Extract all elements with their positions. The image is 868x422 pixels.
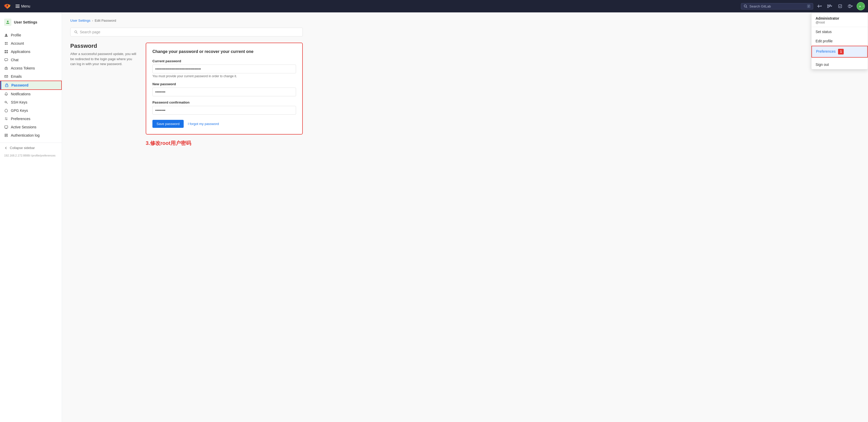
password-confirmation-label: Password confirmation — [152, 100, 296, 104]
svg-point-15 — [5, 34, 7, 35]
sidebar-item-notifications[interactable]: Notifications — [0, 90, 62, 98]
svg-rect-20 — [5, 50, 6, 52]
key-icon — [4, 100, 8, 104]
svg-rect-22 — [5, 52, 6, 53]
dropdown-username: Administrator — [815, 16, 864, 21]
form-actions: Save password I forgot my password — [152, 120, 296, 128]
sidebar-item-account[interactable]: Account — [0, 39, 62, 47]
svg-rect-21 — [6, 50, 8, 52]
sliders-icon — [4, 117, 8, 121]
section-description: After a successful password update, you … — [70, 52, 137, 67]
sidebar-nav: Profile Account Applications Chat — [0, 30, 62, 140]
sidebar-item-emails[interactable]: Emails — [0, 72, 62, 80]
sidebar-item-ssh-keys[interactable]: SSH Keys — [0, 98, 62, 106]
svg-point-9 — [828, 7, 829, 8]
breadcrumb-parent[interactable]: User Settings — [70, 19, 90, 23]
password-confirmation-input[interactable] — [152, 106, 296, 115]
svg-rect-28 — [5, 85, 8, 87]
user-settings-icon — [4, 19, 11, 26]
svg-point-29 — [5, 101, 6, 103]
svg-rect-2 — [16, 7, 20, 8]
card-title: Change your password or recover your cur… — [152, 49, 296, 54]
dropdown-item-preferences[interactable]: Preferences 1 — [811, 46, 868, 58]
save-password-button[interactable]: Save password — [152, 120, 184, 128]
account-icon — [4, 41, 8, 45]
section-info: Password After a successful password upd… — [70, 43, 137, 147]
svg-rect-1 — [16, 6, 20, 6]
applications-icon — [4, 50, 8, 54]
gpg-icon — [4, 108, 8, 112]
sidebar-item-preferences[interactable]: Preferences — [0, 115, 62, 123]
merge-requests-button[interactable] — [826, 2, 834, 10]
dropdown-item-set-status[interactable]: Set status — [811, 27, 868, 36]
menu-button[interactable]: Menu — [13, 3, 32, 9]
svg-point-3 — [744, 5, 747, 7]
breadcrumb: User Settings › Edit Password — [70, 19, 860, 23]
step1-badge: 1 — [838, 49, 844, 55]
sidebar-title: User Settings — [14, 20, 37, 24]
search-shortcut: / — [807, 4, 810, 8]
svg-rect-23 — [6, 52, 8, 53]
email-icon — [4, 74, 8, 78]
svg-rect-24 — [5, 59, 8, 61]
svg-line-4 — [746, 7, 747, 8]
search-page-placeholder: Search page — [80, 30, 100, 34]
forgot-password-link[interactable]: I forgot my password — [188, 122, 219, 126]
svg-rect-19 — [6, 44, 7, 45]
dropdown-divider — [811, 59, 868, 59]
page-search[interactable]: Search page — [70, 28, 303, 36]
user-avatar[interactable]: A — [857, 2, 865, 10]
search-placeholder: Search GitLab — [749, 4, 771, 8]
dropdown-handle: @root — [815, 21, 864, 24]
breadcrumb-separator: › — [92, 19, 93, 23]
url-bar: 192.168.2.172:8888/-/profile/preferences — [0, 153, 62, 158]
global-search[interactable]: Search GitLab / — [741, 3, 813, 9]
svg-rect-17 — [6, 42, 7, 43]
svg-rect-25 — [5, 68, 7, 69]
new-password-group: New password — [152, 82, 296, 96]
lock-icon — [5, 83, 9, 87]
collapse-sidebar-button[interactable]: Collapse sidebar — [0, 142, 62, 153]
svg-text:A: A — [859, 5, 861, 8]
sessions-icon — [4, 125, 8, 129]
svg-rect-0 — [16, 5, 20, 5]
new-password-input[interactable] — [152, 88, 296, 96]
sidebar-item-authentication-log[interactable]: Authentication log — [0, 131, 62, 139]
breadcrumb-current: Edit Password — [95, 19, 116, 23]
svg-rect-16 — [5, 42, 6, 43]
svg-point-31 — [75, 31, 77, 33]
sidebar-item-applications[interactable]: Applications — [0, 47, 62, 56]
sidebar-item-chat[interactable]: Chat — [0, 56, 62, 64]
todos-button[interactable] — [836, 2, 844, 10]
chat-icon — [4, 58, 8, 62]
sidebar-item-active-sessions[interactable]: Active Sessions — [0, 123, 62, 131]
password-form-area: Change your password or recover your cur… — [146, 43, 303, 147]
main-content: User Settings › Edit Password Search pag… — [62, 12, 868, 422]
current-password-input[interactable] — [152, 65, 296, 73]
sidebar-item-password[interactable]: Password 2 — [0, 80, 62, 90]
dropdown-item-edit-profile[interactable]: Edit profile — [811, 36, 868, 46]
page-layout: User Settings Profile Account Applicatio — [0, 12, 868, 422]
log-icon — [4, 133, 8, 137]
password-card: Change your password or recover your cur… — [146, 43, 303, 135]
sidebar-item-access-tokens[interactable]: Access Tokens — [0, 64, 62, 72]
sidebar-header: User Settings — [0, 17, 62, 30]
sidebar: User Settings Profile Account Applicatio — [0, 12, 62, 422]
profile-icon — [4, 33, 8, 37]
password-confirmation-group: Password confirmation — [152, 100, 296, 115]
new-password-label: New password — [152, 82, 296, 86]
token-icon — [4, 66, 8, 70]
dropdown-header: Administrator @root — [811, 13, 868, 27]
dropdown-item-sign-out[interactable]: Sign out — [811, 60, 868, 69]
help-button[interactable] — [846, 2, 855, 10]
current-password-hint: You must provide your current password i… — [152, 74, 296, 78]
svg-point-26 — [6, 68, 6, 69]
create-new-button[interactable] — [815, 2, 824, 10]
sidebar-item-gpg-keys[interactable]: GPG Keys — [0, 106, 62, 115]
step3-annotation: 3.修改root用户密码 — [146, 140, 303, 147]
gitlab-logo[interactable] — [3, 2, 11, 10]
menu-label: Menu — [21, 4, 30, 8]
current-password-label: Current password — [152, 59, 296, 63]
sidebar-item-profile[interactable]: Profile — [0, 31, 62, 39]
bell-icon — [4, 92, 8, 96]
